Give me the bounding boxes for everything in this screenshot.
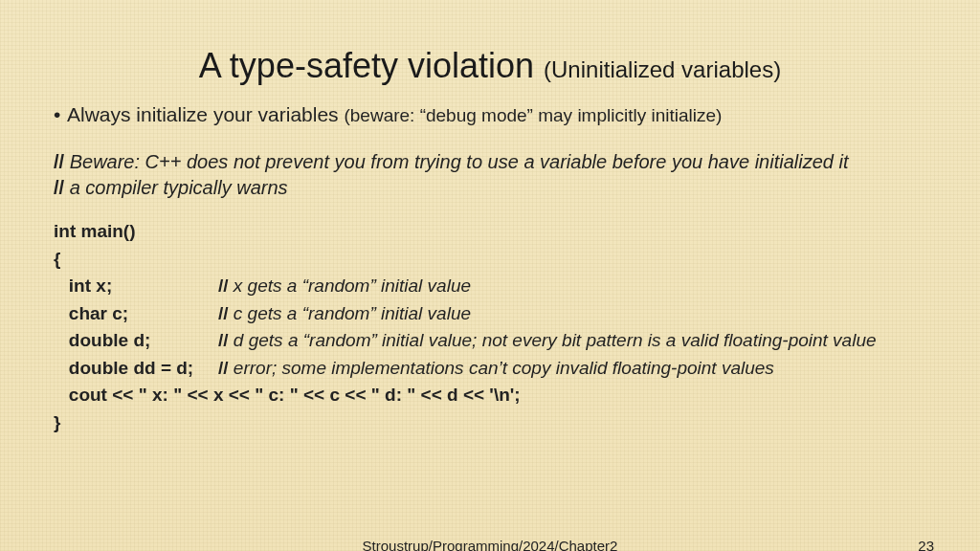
bullet-lead: Always initialize your variables xyxy=(67,103,344,125)
bullet-list: •Always initialize your variables (bewar… xyxy=(54,103,926,126)
bullet-dot: • xyxy=(54,103,67,126)
page-number: 23 xyxy=(918,538,934,551)
code-double-d: double d;// d gets a “random” initial va… xyxy=(54,327,926,355)
comment-slashes: // xyxy=(218,330,229,350)
code-decl: double dd = d; xyxy=(54,355,218,383)
title-sub: (Uninitialized variables) xyxy=(544,56,781,82)
code-comment: c gets a “random” initial value xyxy=(229,303,471,323)
code-close-brace: } xyxy=(54,409,926,437)
comment-slashes: // xyxy=(218,358,229,378)
code-decl: int x; xyxy=(54,273,218,300)
code-comment: d gets a “random” initial value; not eve… xyxy=(229,330,877,350)
warn-text-2: a compiler typically warns xyxy=(64,177,287,198)
footer-center: Stroustrup/Programming/2024/Chapter2 xyxy=(0,538,980,551)
code-double-dd: double dd = d;// error; some implementat… xyxy=(54,355,926,383)
warn-text-1: Beware: C++ does not prevent you from tr… xyxy=(64,151,848,172)
bullet-row: •Always initialize your variables (bewar… xyxy=(54,103,926,126)
warn-line-1: // Beware: C++ does not prevent you from… xyxy=(54,151,926,173)
comment-slashes: // xyxy=(218,276,229,296)
code-block: int main() { int x;// x gets a “random” … xyxy=(54,218,926,436)
title-main: A type-safety violation xyxy=(199,46,544,85)
code-comment: error; some implementations can’t copy i… xyxy=(229,358,774,378)
code-int-x: int x;// x gets a “random” initial value xyxy=(54,273,926,300)
bullet-note: (beware: “debug mode” may implicitly ini… xyxy=(344,105,722,125)
code-char-c: char c;// c gets a “random” initial valu… xyxy=(54,300,926,328)
code-cout: cout << " x: " << x << " c: " << c << " … xyxy=(54,382,926,409)
warning-block: // Beware: C++ does not prevent you from… xyxy=(54,151,926,199)
code-main-decl: int main() xyxy=(54,218,926,246)
code-comment: x gets a “random” initial value xyxy=(229,276,471,296)
slide-title: A type-safety violation (Uninitialized v… xyxy=(54,0,926,86)
code-decl: double d; xyxy=(54,327,218,355)
slide: A type-safety violation (Uninitialized v… xyxy=(0,0,980,551)
warn-line-2: // a compiler typically warns xyxy=(54,177,926,199)
comment-slashes: // xyxy=(54,177,64,198)
comment-slashes: // xyxy=(54,151,64,172)
code-decl: char c; xyxy=(54,300,218,328)
code-open-brace: { xyxy=(54,246,926,274)
comment-slashes: // xyxy=(218,303,229,323)
